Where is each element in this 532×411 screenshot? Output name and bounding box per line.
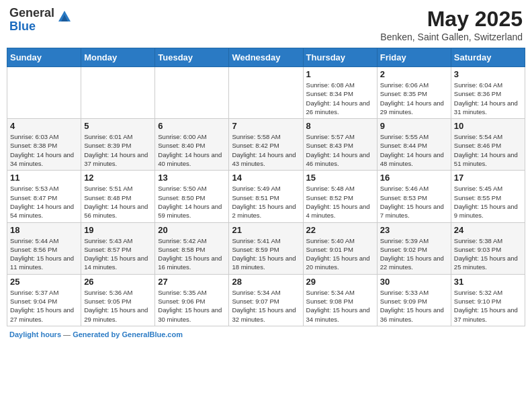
calendar-cell: 26Sunrise: 5:36 AM Sunset: 9:05 PM Dayli… [81,274,155,326]
calendar-week-3: 11Sunrise: 5:53 AM Sunset: 8:47 PM Dayli… [7,171,525,222]
calendar-cell: 3Sunrise: 6:04 AM Sunset: 8:36 PM Daylig… [451,67,525,119]
day-info: Sunrise: 6:08 AM Sunset: 8:34 PM Dayligh… [306,81,374,116]
day-number: 12 [84,173,152,183]
calendar-cell: 12Sunrise: 5:51 AM Sunset: 8:48 PM Dayli… [81,171,155,222]
footer-note: Daylight hours — Generated by GeneralBlu… [7,330,525,338]
day-number: 30 [380,277,448,287]
logo-icon [57,9,72,24]
day-info: Sunrise: 6:04 AM Sunset: 8:36 PM Dayligh… [454,81,522,116]
day-info: Sunrise: 6:06 AM Sunset: 8:35 PM Dayligh… [380,81,448,116]
calendar-cell: 21Sunrise: 5:41 AM Sunset: 8:59 PM Dayli… [229,222,303,274]
day-info: Sunrise: 5:34 AM Sunset: 9:08 PM Dayligh… [306,288,374,324]
calendar-cell: 10Sunrise: 5:54 AM Sunset: 8:46 PM Dayli… [451,119,525,171]
weekday-header-monday: Monday [81,48,155,67]
day-number: 26 [84,277,152,287]
daylight-label: Daylight hours [9,330,61,338]
day-info: Sunrise: 5:48 AM Sunset: 8:52 PM Dayligh… [306,184,374,220]
day-info: Sunrise: 5:54 AM Sunset: 8:46 PM Dayligh… [454,132,522,168]
day-number: 1 [306,69,374,79]
day-number: 23 [380,225,448,235]
day-info: Sunrise: 5:57 AM Sunset: 8:43 PM Dayligh… [306,132,374,168]
calendar-cell: 15Sunrise: 5:48 AM Sunset: 8:52 PM Dayli… [303,171,377,222]
day-number: 5 [84,121,152,131]
day-number: 27 [158,277,226,287]
calendar-cell [7,67,81,119]
calendar-cell: 17Sunrise: 5:45 AM Sunset: 8:55 PM Dayli… [451,171,525,222]
calendar-week-2: 4Sunrise: 6:03 AM Sunset: 8:38 PM Daylig… [7,119,525,171]
day-info: Sunrise: 5:51 AM Sunset: 8:48 PM Dayligh… [84,184,152,220]
calendar-header-row: SundayMondayTuesdayWednesdayThursdayFrid… [7,48,525,67]
day-info: Sunrise: 5:33 AM Sunset: 9:09 PM Dayligh… [380,288,448,324]
day-info: Sunrise: 5:44 AM Sunset: 8:56 PM Dayligh… [10,236,78,272]
day-info: Sunrise: 5:40 AM Sunset: 9:01 PM Dayligh… [306,236,374,272]
calendar-week-5: 25Sunrise: 5:37 AM Sunset: 9:04 PM Dayli… [7,274,525,326]
weekday-header-thursday: Thursday [303,48,377,67]
calendar-cell: 8Sunrise: 5:57 AM Sunset: 8:43 PM Daylig… [303,119,377,171]
day-number: 11 [10,173,78,183]
weekday-header-friday: Friday [377,48,451,67]
month-title: May 2025 [380,7,523,32]
day-info: Sunrise: 5:32 AM Sunset: 9:10 PM Dayligh… [454,288,522,324]
calendar-cell: 31Sunrise: 5:32 AM Sunset: 9:10 PM Dayli… [451,274,525,326]
calendar-cell: 11Sunrise: 5:53 AM Sunset: 8:47 PM Dayli… [7,171,81,222]
calendar-cell: 24Sunrise: 5:38 AM Sunset: 9:03 PM Dayli… [451,222,525,274]
day-number: 14 [232,173,300,183]
day-number: 25 [10,277,78,287]
calendar-week-1: 1Sunrise: 6:08 AM Sunset: 8:34 PM Daylig… [7,67,525,119]
calendar-cell [155,67,229,119]
calendar-cell: 20Sunrise: 5:42 AM Sunset: 8:58 PM Dayli… [155,222,229,274]
calendar-cell: 5Sunrise: 6:01 AM Sunset: 8:39 PM Daylig… [81,119,155,171]
day-info: Sunrise: 5:34 AM Sunset: 9:07 PM Dayligh… [232,288,300,324]
calendar-week-4: 18Sunrise: 5:44 AM Sunset: 8:56 PM Dayli… [7,222,525,274]
calendar-cell: 30Sunrise: 5:33 AM Sunset: 9:09 PM Dayli… [377,274,451,326]
calendar-table: SundayMondayTuesdayWednesdayThursdayFrid… [7,48,525,326]
weekday-header-sunday: Sunday [7,48,81,67]
day-number: 31 [454,277,522,287]
calendar-cell: 22Sunrise: 5:40 AM Sunset: 9:01 PM Dayli… [303,222,377,274]
day-number: 18 [10,225,78,235]
day-number: 16 [380,173,448,183]
day-info: Sunrise: 5:42 AM Sunset: 8:58 PM Dayligh… [158,236,226,272]
day-info: Sunrise: 5:55 AM Sunset: 8:44 PM Dayligh… [380,132,448,168]
calendar-cell: 27Sunrise: 5:35 AM Sunset: 9:06 PM Dayli… [155,274,229,326]
calendar-cell: 29Sunrise: 5:34 AM Sunset: 9:08 PM Dayli… [303,274,377,326]
day-number: 28 [232,277,300,287]
day-info: Sunrise: 5:43 AM Sunset: 8:57 PM Dayligh… [84,236,152,272]
day-info: Sunrise: 5:41 AM Sunset: 8:59 PM Dayligh… [232,236,300,272]
day-info: Sunrise: 5:46 AM Sunset: 8:53 PM Dayligh… [380,184,448,220]
calendar-cell: 25Sunrise: 5:37 AM Sunset: 9:04 PM Dayli… [7,274,81,326]
logo: General Blue [9,7,72,34]
calendar-cell: 13Sunrise: 5:50 AM Sunset: 8:50 PM Dayli… [155,171,229,222]
day-number: 2 [380,69,448,79]
day-info: Sunrise: 5:38 AM Sunset: 9:03 PM Dayligh… [454,236,522,272]
day-number: 13 [158,173,226,183]
day-number: 9 [380,121,448,131]
day-number: 8 [306,121,374,131]
calendar-cell [81,67,155,119]
day-info: Sunrise: 6:00 AM Sunset: 8:40 PM Dayligh… [158,132,226,168]
generated-by: Generated by GeneralBlue.com [73,330,183,338]
calendar-cell: 28Sunrise: 5:34 AM Sunset: 9:07 PM Dayli… [229,274,303,326]
day-info: Sunrise: 5:53 AM Sunset: 8:47 PM Dayligh… [10,184,78,220]
day-info: Sunrise: 6:01 AM Sunset: 8:39 PM Dayligh… [84,132,152,168]
day-number: 19 [84,225,152,235]
day-info: Sunrise: 5:50 AM Sunset: 8:50 PM Dayligh… [158,184,226,220]
day-info: Sunrise: 5:49 AM Sunset: 8:51 PM Dayligh… [232,184,300,220]
calendar-cell: 6Sunrise: 6:00 AM Sunset: 8:40 PM Daylig… [155,119,229,171]
day-number: 29 [306,277,374,287]
day-info: Sunrise: 5:45 AM Sunset: 8:55 PM Dayligh… [454,184,522,220]
day-number: 24 [454,225,522,235]
day-info: Sunrise: 5:37 AM Sunset: 9:04 PM Dayligh… [10,288,78,324]
day-info: Sunrise: 5:58 AM Sunset: 8:42 PM Dayligh… [232,132,300,168]
calendar-cell: 14Sunrise: 5:49 AM Sunset: 8:51 PM Dayli… [229,171,303,222]
day-number: 4 [10,121,78,131]
calendar-cell: 7Sunrise: 5:58 AM Sunset: 8:42 PM Daylig… [229,119,303,171]
day-number: 3 [454,69,522,79]
logo-general-text: General [9,6,54,19]
day-number: 20 [158,225,226,235]
calendar-cell: 19Sunrise: 5:43 AM Sunset: 8:57 PM Dayli… [81,222,155,274]
calendar-cell: 9Sunrise: 5:55 AM Sunset: 8:44 PM Daylig… [377,119,451,171]
weekday-header-tuesday: Tuesday [155,48,229,67]
weekday-header-wednesday: Wednesday [229,48,303,67]
day-number: 17 [454,173,522,183]
